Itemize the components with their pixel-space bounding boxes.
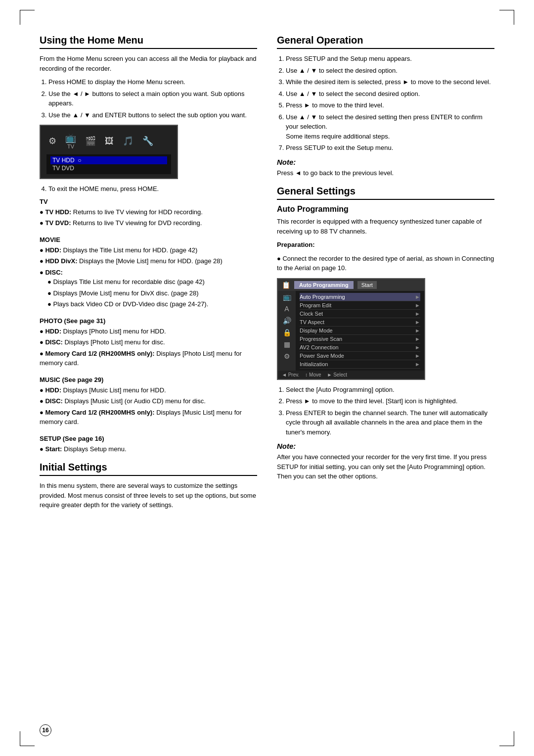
setup-row-tv-aspect-label: TV Aspect xyxy=(300,319,415,325)
movie-hdd-text: Displays the Title List menu for HDD. (p… xyxy=(63,246,198,254)
setup-row-av2: AV2 Connection ► xyxy=(300,343,420,352)
preparation-label-text: Preparation: xyxy=(277,241,315,248)
photo-hdd-text: Displays [Photo List] menu for HDD. xyxy=(63,328,166,335)
music-memcard-label: Memory Card 1/2 (RH200MHS only): xyxy=(45,409,154,416)
photo-items: HDD: Displays [Photo List] menu for HDD.… xyxy=(40,327,257,368)
initial-settings-section: Initial Settings In this menu system, th… xyxy=(40,462,257,510)
music-disc-text: Displays [Music List] (or Audio CD) menu… xyxy=(64,397,205,405)
home-menu-section: Using the Home Menu From the Home Menu s… xyxy=(40,35,257,454)
setup-row-program-edit-label: Program Edit xyxy=(300,302,415,308)
photo-section-label: PHOTO (See page 31) xyxy=(40,317,257,325)
setup-row-auto-programming: Auto Programming ► xyxy=(300,293,420,301)
setup-row-tv-aspect-arrow: ► xyxy=(415,319,420,325)
general-settings-title: General Settings xyxy=(277,186,494,200)
home-menu-intro: From the Home Menu screen you can access… xyxy=(40,54,257,73)
setup-icon: 🔧 xyxy=(142,136,153,146)
auto-programming-steps: Select the [Auto Programming] option. Pr… xyxy=(286,385,494,437)
setup-header-start: Start xyxy=(357,281,377,289)
menu-icons-row: ⚙ 📺 TV 🎬 🖼 🎵 xyxy=(46,130,171,152)
sidebar-icon-4: 🔒 xyxy=(283,329,291,336)
setup-row-init-label: Initialization xyxy=(300,361,415,367)
setup-row-auto-arrow: ► xyxy=(415,294,420,300)
preparation-items: Connect the recorder to the desired type… xyxy=(277,254,494,273)
menu-submenu: TV HDD ○ TV DVD xyxy=(46,154,171,174)
music-disc-item: DISC: Displays [Music List] (or Audio CD… xyxy=(40,396,257,406)
auto-programming-section: Auto Programming This recorder is equipp… xyxy=(277,205,494,481)
home-menu-steps: Press HOME to display the Home Menu scre… xyxy=(48,77,257,120)
initial-settings-title: Initial Settings xyxy=(40,462,257,476)
home-menu-step-2: Use the ◄ / ► buttons to select a main o… xyxy=(48,89,257,108)
sidebar-icon-3: 🔊 xyxy=(283,317,291,325)
setup-content: Auto Programming ► Program Edit ► Clock … xyxy=(296,291,424,371)
photo-memcard-label: Memory Card 1/2 (RH200MHS only): xyxy=(45,350,154,357)
setup-row-init-arrow: ► xyxy=(415,361,420,367)
auto-programming-note-text: After you have connected your recorder f… xyxy=(277,452,494,481)
photo-hdd-label: HDD: xyxy=(45,328,61,335)
setup-section-label: SETUP (See page 16) xyxy=(40,435,257,442)
movie-hdddivx-text: Displays the [Movie List] menu for HDD. … xyxy=(79,257,222,265)
setup-row-tv-aspect: TV Aspect ► xyxy=(300,318,420,327)
disc-subitems: Displays Title List menu for recordable … xyxy=(47,277,257,309)
movie-icon: 🎬 xyxy=(85,136,96,146)
auto-programming-note-label: Note: xyxy=(277,442,494,450)
tv-hdd-item: TV HDD: Returns to live TV viewing for H… xyxy=(40,207,257,217)
gen-op-step-1: Press SETUP and the Setup menu appears. xyxy=(286,54,494,64)
general-operation-steps: Press SETUP and the Setup menu appears. … xyxy=(286,54,494,153)
sidebar-icon-1: 📺 xyxy=(283,293,291,301)
setup-screenshot: 📋 Auto Programming Start 📺 A 🔊 🔒 ▦ xyxy=(277,278,425,380)
movie-hdd-item: HDD: Displays the Title List menu for HD… xyxy=(40,245,257,255)
setup-header: 📋 Auto Programming Start xyxy=(278,279,424,291)
preparation-label: Preparation: xyxy=(277,240,494,250)
movie-section: MOVIE HDD: Displays the Title List menu … xyxy=(40,236,257,309)
page-number: 16 xyxy=(40,724,51,736)
photo-disc-item: DISC: Displays [Photo List] menu for dis… xyxy=(40,337,257,347)
movie-disc-item: DISC: Displays Title List menu for recor… xyxy=(40,268,257,309)
gen-op-step-6: Use ▲ / ▼ to select the desired setting … xyxy=(286,112,494,142)
home-menu-steps-cont: To exit the HOME menu, press HOME. xyxy=(48,184,257,194)
initial-settings-intro: In this menu system, there are several w… xyxy=(40,481,257,510)
setup-row-av2-arrow: ► xyxy=(415,344,420,350)
preparation-text: Connect the recorder to the desired type… xyxy=(277,254,494,273)
setup-row-display-mode-label: Display Mode xyxy=(300,328,415,333)
general-settings-section: General Settings Auto Programming This r… xyxy=(277,186,494,481)
movie-hdd-label: HDD: xyxy=(45,246,61,254)
general-operation-note-text: Press ◄ to go back to the previous level… xyxy=(277,168,494,178)
music-hdd-item: HDD: Displays [Music List] menu for HDD. xyxy=(40,385,257,395)
home-menu-screenshot: ⚙ 📺 TV 🎬 🖼 🎵 xyxy=(40,125,178,179)
movie-section-label: MOVIE xyxy=(40,236,257,243)
photo-hdd-item: HDD: Displays [Photo List] menu for HDD. xyxy=(40,327,257,336)
setup-row-display-mode: Display Mode ► xyxy=(300,327,420,335)
setup-row-initialization: Initialization ► xyxy=(300,360,420,369)
left-column: Using the Home Menu From the Home Menu s… xyxy=(40,35,257,518)
disc-subitem-3: Plays back Video CD or DVD-Video disc (p… xyxy=(47,299,257,309)
menu-submenu-dvd: TV DVD xyxy=(50,164,167,172)
photo-icon: 🖼 xyxy=(105,136,114,146)
tv-items: TV HDD: Returns to live TV viewing for H… xyxy=(40,207,257,228)
general-operation-note-label: Note: xyxy=(277,158,494,166)
setup-footer-select: ► Select xyxy=(327,372,347,378)
setup-row-program-edit: Program Edit ► xyxy=(300,301,420,310)
auto-programming-note: Note: After you have connected your reco… xyxy=(277,442,494,481)
menu-icon-tv: 📺 TV xyxy=(65,133,76,149)
home-menu-step-1: Press HOME to display the Home Menu scre… xyxy=(48,77,257,87)
tv-section: TV TV HDD: Returns to live TV viewing fo… xyxy=(40,198,257,228)
sidebar-icon-2: A xyxy=(284,305,289,313)
menu-submenu-hdd: TV HDD ○ xyxy=(50,156,167,164)
tv-dvd-item: TV DVD: Returns to live TV viewing for D… xyxy=(40,218,257,228)
setup-header-active: Auto Programming xyxy=(294,281,354,289)
auto-programming-intro: This recorder is equipped with a frequen… xyxy=(277,217,494,236)
music-hdd-label: HDD: xyxy=(45,386,61,394)
menu-icon-movie: 🎬 xyxy=(85,136,96,146)
setup-sidebar: 📺 A 🔊 🔒 ▦ ⚙ xyxy=(278,291,296,371)
setup-footer: ◄ Prev. ↕ Move ► Select xyxy=(278,371,424,379)
music-section-label: MUSIC (See page 29) xyxy=(40,376,257,383)
sidebar-icon-5: ▦ xyxy=(284,340,290,348)
menu-icon-setup: 🔧 xyxy=(142,136,153,146)
tv-icon: 📺 xyxy=(65,133,76,143)
tv-section-label: TV xyxy=(40,198,257,205)
disc-subitem-1: Displays Title List menu for recordable … xyxy=(47,277,257,287)
general-operation-section: General Operation Press SETUP and the Se… xyxy=(277,35,494,178)
gen-op-step-4: Use ▲ / ▼ to select the second desired o… xyxy=(286,89,494,99)
tv-label: TV xyxy=(67,143,74,149)
photo-disc-label: DISC: xyxy=(45,338,62,346)
